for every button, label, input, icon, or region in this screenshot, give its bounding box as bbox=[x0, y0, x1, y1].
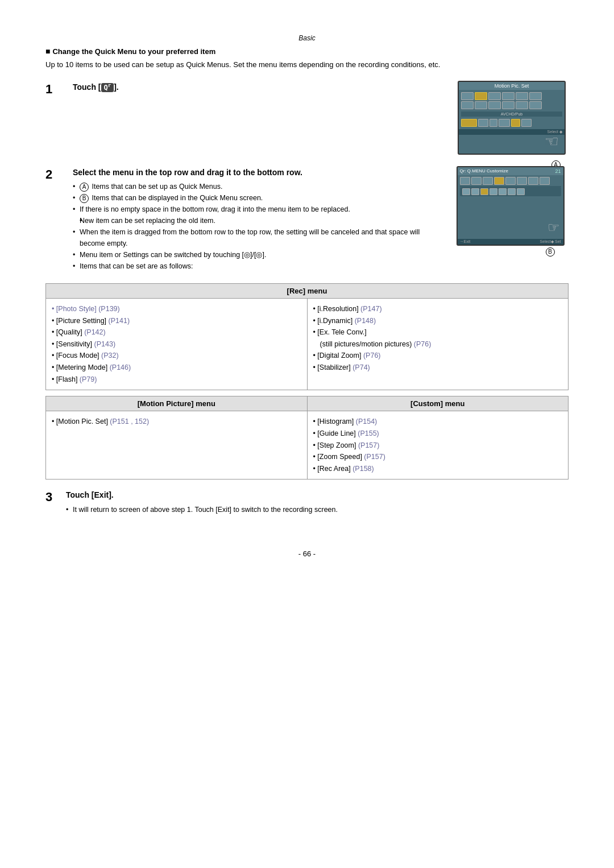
step-2-bullet-b: B Items that can be displayed in the Qui… bbox=[73, 192, 443, 204]
step-1-number: 1 bbox=[45, 82, 61, 97]
step-3-row: 3 Touch [Exit]. It will return to screen… bbox=[45, 489, 569, 515]
section-title: Change the Quick Menu to your preferred … bbox=[45, 47, 569, 56]
rec-menu-col2: • [i.Resolution] (P147) • [i.Dynamic] (P… bbox=[307, 298, 569, 390]
cam1-title: Motion Pic. Set bbox=[459, 82, 565, 90]
step-2-image: A Qr: Q.MENU Customize 21 bbox=[455, 166, 569, 257]
step-2-bullet-f: Menu item or Settings can be switched by… bbox=[73, 249, 443, 261]
hand-icon-1: ☞ bbox=[545, 132, 559, 151]
motion-menu-col: • [Motion Pic. Set] (P151 , 152) bbox=[46, 411, 308, 480]
step-2-bullet-g: Items that can be set are as follows: bbox=[73, 261, 443, 272]
page-number: - 66 - bbox=[45, 549, 569, 558]
step-1-image: Motion Pic. Set AVCHD/Pub bbox=[455, 81, 569, 155]
step-2-content: Select the menu in the top row and drag … bbox=[73, 166, 443, 272]
step-2-bullet-d: New item can be set replacing the old it… bbox=[80, 215, 443, 226]
step-3-number: 3 bbox=[45, 490, 61, 505]
camera-screen-2: Qr: Q.MENU Customize 21 bbox=[457, 166, 565, 246]
step-2-bullet-e: When the item is dragged from the bottom… bbox=[73, 226, 443, 249]
step-1-content: Touch [Qr]. bbox=[73, 81, 443, 94]
rec-menu-header: [Rec] menu bbox=[46, 283, 569, 298]
custom-menu-col: • [Histogram] (P154) • [Guide Line] (P15… bbox=[307, 411, 569, 480]
rec-menu-col1: • [Photo Style] (P139) • [Picture Settin… bbox=[46, 298, 308, 390]
custom-menu-header: [Custom] menu bbox=[307, 396, 569, 411]
rec-menu-table: [Rec] menu • [Photo Style] (P139) • [Pic… bbox=[45, 283, 569, 390]
cam2-title: Qr: Q.MENU Customize 21 bbox=[458, 167, 563, 175]
step-2-row: 2 Select the menu in the top row and dra… bbox=[45, 166, 569, 272]
camera-screen-2-wrapper: A Qr: Q.MENU Customize 21 bbox=[457, 166, 567, 257]
step-3-bullet: It will return to screen of above step 1… bbox=[66, 504, 569, 515]
motion-custom-table: [Motion Picture] menu [Custom] menu • [M… bbox=[45, 396, 569, 480]
camera-screen-1: Motion Pic. Set AVCHD/Pub bbox=[458, 81, 566, 155]
step-2-bullets: A Items that can be set up as Quick Menu… bbox=[73, 181, 443, 272]
step-3-title: Touch [Exit]. bbox=[66, 489, 569, 501]
menu-tables: [Rec] menu • [Photo Style] (P139) • [Pic… bbox=[45, 283, 569, 480]
step-3-content: Touch [Exit]. It will return to screen o… bbox=[66, 489, 569, 515]
step-2-title: Select the menu in the top row and drag … bbox=[73, 166, 443, 179]
step-3-bullets: It will return to screen of above step 1… bbox=[66, 504, 569, 515]
step-2-bullet-c: If there is no empty space in the bottom… bbox=[73, 204, 443, 215]
page-label: Basic bbox=[45, 34, 569, 42]
step-2-bullet-a: A Items that can be set up as Quick Menu… bbox=[73, 181, 443, 192]
motion-menu-header: [Motion Picture] menu bbox=[46, 396, 308, 411]
step-2-number: 2 bbox=[45, 167, 61, 182]
intro-text: Up to 10 items to be used can be setup a… bbox=[45, 59, 569, 71]
step-1-text: Touch [Qr]. bbox=[73, 82, 119, 92]
circle-B-indicator: B bbox=[546, 247, 555, 257]
circle-b-label: B bbox=[80, 194, 89, 203]
hand-icon-2: ☞ bbox=[547, 220, 560, 235]
step-1-row: 1 Touch [Qr]. Motion Pic. Set AVCHD/Pub bbox=[45, 81, 569, 155]
cam2-bottom-bar: →Exit Select◆ Set bbox=[458, 239, 563, 245]
circle-a-label: A bbox=[80, 183, 89, 192]
